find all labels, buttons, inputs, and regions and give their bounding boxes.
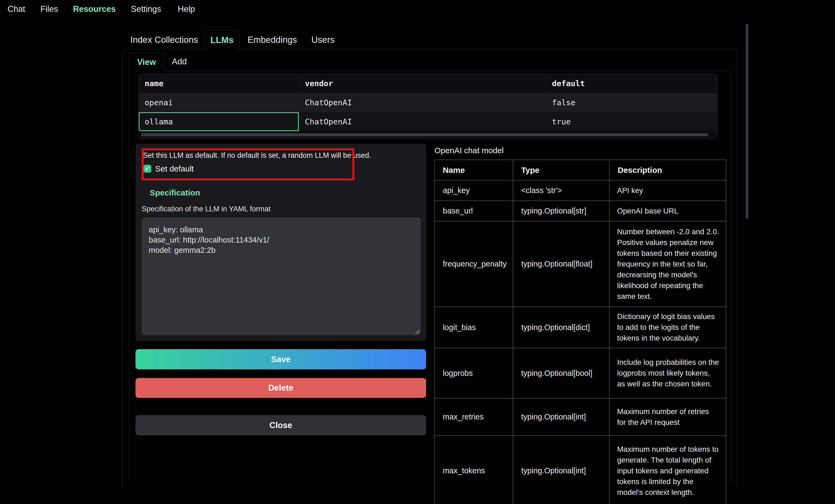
model-params-header-row: NameTypeDescription — [435, 160, 726, 181]
llm-table-cell[interactable]: ollama — [139, 112, 299, 131]
llm-table-cell[interactable]: ChatOpenAI — [299, 112, 546, 131]
model-params-row: logprobstyping.Optional[bool]Include log… — [435, 348, 726, 398]
textarea-resize-handle[interactable] — [414, 328, 420, 334]
model-params-cell-name: logprobs — [435, 348, 513, 398]
model-params-cell-desc: Include log probabilities on the logprob… — [610, 348, 726, 398]
save-button[interactable]: Save — [136, 349, 426, 370]
model-params-row: frequency_penaltytyping.Optional[float]N… — [435, 221, 726, 307]
specification-heading: Specification — [150, 188, 200, 197]
vertical-scrollbar-thumb[interactable] — [746, 24, 748, 219]
model-params-row: base_urltyping.Optional[str]OpenAI base … — [435, 201, 726, 221]
model-params-cell-type: <class 'str'> — [513, 181, 610, 201]
model-params-cell-name: max_tokens — [435, 436, 513, 504]
model-params-cell-desc: Number between -2.0 and 2.0. Positive va… — [610, 221, 726, 307]
model-params-row: max_tokenstyping.Optional[int]Maximum nu… — [435, 436, 726, 504]
model-params-cell-type: typing.Optional[float] — [513, 221, 610, 307]
model-params-header-cell: Type — [513, 160, 610, 181]
model-params-cell-name: max_retries — [435, 398, 513, 436]
model-params-cell-name: logit_bias — [435, 307, 513, 348]
model-params-header: NameTypeDescription — [435, 160, 726, 181]
llm-table: namevendordefaultopenaiChatOpenAIfalseol… — [139, 74, 717, 139]
model-params-cell-desc: API key — [610, 181, 726, 201]
tab-users[interactable]: Users — [311, 35, 334, 45]
tab-index-collections[interactable]: Index Collections — [130, 35, 198, 45]
model-params-cell-name: api_key — [435, 181, 513, 201]
model-params-row: max_retriestyping.Optional[int]Maximum n… — [435, 398, 726, 436]
specification-description: Specification of the LLM in YAML format — [142, 205, 270, 213]
close-button[interactable]: Close — [136, 415, 426, 435]
model-params-cell-type: typing.Optional[bool] — [513, 348, 610, 398]
yaml-spec-textarea[interactable]: api_key: ollama base_url: http://localho… — [142, 217, 421, 335]
llm-table-row: openaiChatOpenAIfalse — [139, 93, 717, 112]
model-params-header-cell: Name — [435, 160, 513, 181]
tab-embeddings[interactable]: Embeddings — [247, 35, 297, 45]
model-params-cell-desc: OpenAI base URL — [610, 201, 726, 221]
nav-item-chat[interactable]: Chat — [7, 4, 25, 14]
model-params-cell-desc: Dictionary of logit bias values to add t… — [610, 307, 726, 348]
nav-item-resources[interactable]: Resources — [73, 4, 116, 14]
model-params-cell-type: typing.Optional[int] — [513, 436, 610, 504]
checkmark-icon: ✓ — [145, 166, 150, 172]
llm-table-header-cell: default — [546, 74, 717, 93]
llm-table-header-cell: name — [139, 74, 299, 93]
subtab-view[interactable]: View — [129, 52, 164, 71]
model-params-cell-name: frequency_penalty — [435, 221, 513, 307]
llm-table-cell[interactable]: true — [546, 112, 717, 131]
llm-table-cell[interactable]: false — [546, 93, 717, 112]
model-params-row: api_key<class 'str'>API key — [435, 181, 726, 201]
llm-table-cell[interactable]: openai — [139, 93, 299, 112]
delete-button[interactable]: Delete — [136, 378, 426, 398]
model-params-cell-type: typing.Optional[dict] — [513, 307, 610, 348]
model-params-header-cell: Description — [610, 160, 726, 181]
nav-item-files[interactable]: Files — [40, 4, 58, 14]
llm-table-header-row: namevendordefault — [139, 74, 717, 93]
set-default-checkbox[interactable]: ✓ — [144, 165, 151, 173]
llm-table-cell[interactable]: ChatOpenAI — [299, 93, 546, 112]
model-params-cell-desc: Maximum number of retries for the API re… — [610, 398, 726, 436]
subtab-add[interactable]: Add — [172, 53, 187, 70]
model-params-cell-type: typing.Optional[str] — [513, 201, 610, 221]
llm-table-header-cell: vendor — [299, 74, 546, 93]
model-params-cell-type: typing.Optional[int] — [513, 398, 610, 436]
app-root: { "nav": { "items": [ { "label": "Chat",… — [0, 0, 835, 504]
set-default-info-text: Set this LLM as default. If no default i… — [143, 151, 371, 160]
llm-table-scroll-strip — [139, 131, 717, 139]
horizontal-scrollbar-thumb[interactable] — [141, 133, 708, 136]
nav-item-help[interactable]: Help — [178, 4, 195, 14]
nav-item-settings[interactable]: Settings — [131, 4, 161, 14]
model-doc-title: OpenAI chat model — [434, 146, 504, 155]
llm-table-row: ollamaChatOpenAItrue — [139, 112, 717, 131]
set-default-label: Set default — [155, 165, 194, 173]
tab-llms[interactable]: LLMs — [204, 30, 240, 49]
model-params-cell-desc: Maximum number of tokens to generate. Th… — [610, 436, 726, 504]
model-params-row: logit_biastyping.Optional[dict]Dictionar… — [435, 307, 726, 348]
model-params-table: NameTypeDescription api_key<class 'str'>… — [434, 160, 726, 504]
model-params-cell-name: base_url — [435, 201, 513, 221]
